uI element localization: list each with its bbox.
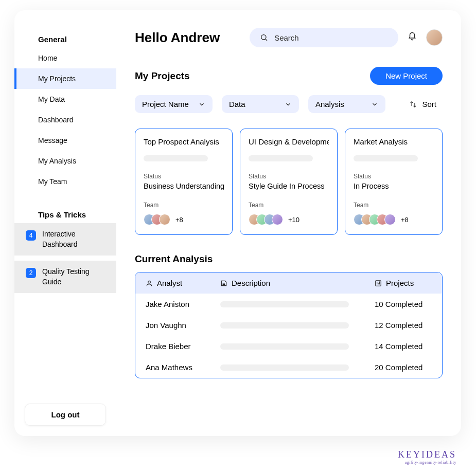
team-row: +10	[249, 214, 329, 225]
table-header: Analyst Description Projects	[135, 272, 442, 294]
page-title: Hello Andrew	[135, 30, 220, 46]
sort-label: Sort	[422, 100, 436, 108]
current-analysis-table: Analyst Description Projects Jake Anisto…	[135, 272, 443, 378]
chevron-down-icon	[285, 101, 292, 108]
chevron-down-icon	[371, 101, 378, 108]
search-box[interactable]	[250, 28, 398, 47]
status-label: Status	[144, 173, 224, 180]
table-row[interactable]: Jake Aniston 10 Completed	[135, 294, 442, 315]
search-icon	[260, 33, 268, 42]
app-window: General Home My Projects My Data Dashboa…	[14, 10, 461, 436]
project-card[interactable]: Top Prospect Analysis Status Business Un…	[135, 129, 233, 235]
tip-label: Interactive Dashboard	[42, 229, 108, 249]
sidebar-item-my-data[interactable]: My Data	[14, 89, 116, 110]
cell-projects: 12 Completed	[375, 321, 432, 330]
current-analysis-title: Current Analysis	[135, 253, 443, 265]
projects-icon	[375, 280, 382, 287]
sidebar-item-dashboard[interactable]: Dashboard	[14, 110, 116, 130]
sidebar-item-message[interactable]: Message	[14, 130, 116, 151]
status-value: Style Guide In Process	[249, 182, 329, 190]
table-row[interactable]: Jon Vaughn 12 Completed	[135, 315, 442, 336]
user-avatar[interactable]	[426, 29, 443, 46]
sort-icon	[410, 101, 417, 108]
sort-button[interactable]: Sort	[403, 95, 443, 113]
tips-section: Tips & Tricks 4 Interactive Dashboard 2 …	[14, 206, 116, 298]
person-icon	[146, 280, 153, 287]
card-skeleton	[354, 155, 418, 161]
filter-label: Project Name	[142, 100, 189, 108]
project-card[interactable]: UI Design & Development Status Style Gui…	[240, 129, 338, 235]
document-icon	[220, 280, 227, 287]
filter-label: Analysis	[315, 100, 344, 108]
svg-point-0	[261, 35, 266, 40]
team-row: +8	[354, 214, 434, 225]
search-input[interactable]	[274, 33, 388, 42]
filter-analysis[interactable]: Analysis	[308, 95, 385, 113]
card-skeleton	[249, 155, 313, 161]
tip-label: Quality Testing Guide	[42, 267, 108, 287]
card-title: Market Analysis	[354, 137, 434, 146]
status-label: Status	[354, 173, 434, 180]
svg-line-1	[266, 39, 267, 41]
team-more: +10	[288, 216, 299, 224]
sidebar-item-my-projects[interactable]: My Projects	[14, 68, 116, 89]
team-more: +8	[175, 216, 183, 224]
cell-description	[220, 322, 375, 329]
team-avatars	[144, 214, 170, 225]
tip-item-interactive-dashboard[interactable]: 4 Interactive Dashboard	[14, 223, 116, 256]
footer-tagline: agility·ingenuity·reliability	[398, 460, 456, 465]
filters-row: Project Name Data Analysis Sort	[135, 95, 443, 113]
filter-project-name[interactable]: Project Name	[135, 95, 213, 113]
team-avatars	[249, 214, 283, 225]
main-content: Hello Andrew My Projects New Project Pro…	[116, 10, 461, 436]
chevron-down-icon	[198, 101, 205, 108]
desc-skeleton	[220, 301, 349, 307]
table-row[interactable]: Drake Bieber 14 Completed	[135, 336, 442, 357]
card-title: Top Prospect Analysis	[144, 137, 224, 146]
team-avatar	[159, 214, 170, 225]
bell-icon	[408, 32, 417, 41]
status-label: Status	[249, 173, 329, 180]
status-value: Business Understanding	[144, 182, 224, 190]
project-cards-row: Top Prospect Analysis Status Business Un…	[135, 129, 443, 235]
table-row[interactable]: Ana Mathews 20 Completed	[135, 357, 442, 378]
tip-badge: 2	[26, 268, 36, 278]
team-row: +8	[144, 214, 224, 225]
cell-projects: 10 Completed	[375, 300, 432, 308]
col-header-analyst: Analyst	[146, 279, 220, 287]
notifications-button[interactable]	[408, 32, 417, 43]
filter-data[interactable]: Data	[222, 95, 299, 113]
tip-item-quality-testing[interactable]: 2 Quality Testing Guide	[14, 261, 116, 293]
sidebar-item-home[interactable]: Home	[14, 48, 116, 68]
team-label: Team	[249, 202, 329, 209]
team-more: +8	[401, 216, 409, 224]
cell-analyst: Jake Aniston	[146, 300, 220, 308]
footer-logo: KEYIDEAS agility·ingenuity·reliability	[398, 449, 456, 465]
card-title: UI Design & Development	[249, 137, 329, 146]
team-avatar	[384, 214, 396, 225]
sidebar-item-my-team[interactable]: My Team	[14, 171, 116, 192]
cell-description	[220, 301, 375, 307]
team-avatars	[354, 214, 396, 225]
cell-analyst: Jon Vaughn	[146, 321, 220, 330]
logout-button[interactable]: Log out	[25, 404, 106, 426]
team-label: Team	[144, 202, 224, 209]
card-skeleton	[144, 155, 208, 161]
sidebar-tips-header: Tips & Tricks	[14, 206, 116, 223]
svg-point-2	[148, 281, 151, 283]
new-project-button[interactable]: New Project	[370, 67, 443, 85]
projects-header-row: My Projects New Project	[135, 67, 443, 85]
desc-skeleton	[220, 364, 349, 371]
sidebar-item-my-analysis[interactable]: My Analysis	[14, 151, 116, 171]
col-header-projects: Projects	[375, 279, 432, 287]
my-projects-title: My Projects	[135, 70, 190, 82]
cell-description	[220, 343, 375, 350]
desc-skeleton	[220, 343, 349, 350]
cell-description	[220, 364, 375, 371]
cell-analyst: Drake Bieber	[146, 342, 220, 351]
cell-projects: 14 Completed	[375, 342, 432, 351]
cell-analyst: Ana Mathews	[146, 363, 220, 372]
project-card[interactable]: Market Analysis Status In Process Team +…	[345, 129, 443, 235]
team-label: Team	[354, 202, 434, 209]
tip-badge: 4	[26, 230, 36, 241]
